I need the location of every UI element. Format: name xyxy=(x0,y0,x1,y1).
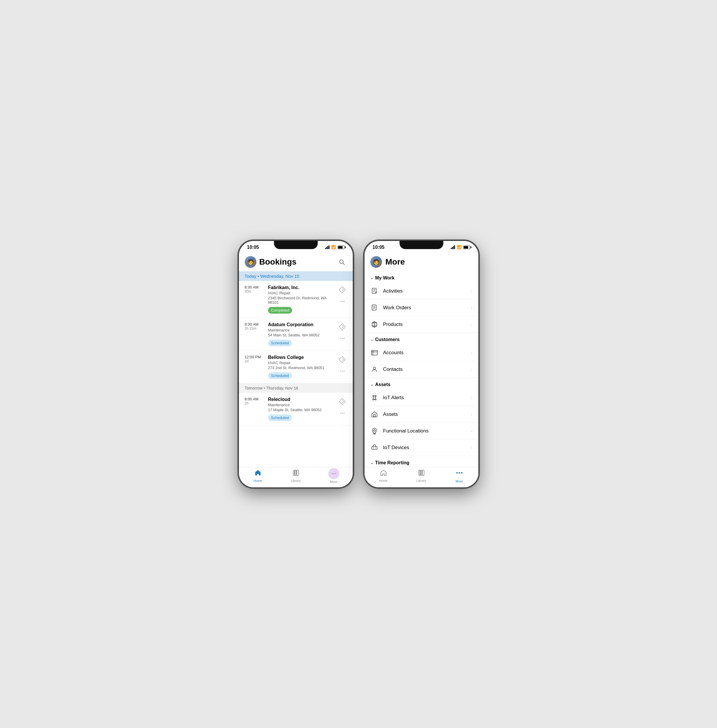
menu-item-products[interactable]: Products › xyxy=(365,316,478,333)
activities-icon xyxy=(370,287,378,295)
status-time: 10:05 xyxy=(247,245,259,250)
status-time: 10:05 xyxy=(373,245,384,250)
status-icons: 📶 xyxy=(451,245,470,249)
more-options-button[interactable] xyxy=(338,366,347,376)
svg-rect-15 xyxy=(295,470,296,475)
chevron-down-icon: ⌄ xyxy=(370,382,374,387)
home-icon xyxy=(380,469,387,478)
svg-point-51 xyxy=(456,472,458,473)
nav-more-label: More xyxy=(330,480,337,484)
menu-item-iotalerts[interactable]: IoT Alerts › xyxy=(365,389,478,406)
page-title: More xyxy=(386,257,405,267)
bookings-screen: 🧑 Bookings Today • Wednesday, Nov 15 8:3… xyxy=(239,254,353,487)
chevron-right-icon: › xyxy=(471,322,473,327)
workorders-icon xyxy=(370,304,378,312)
phone-more: 10:05 📶 🧑 More ⌄ My Wo xyxy=(365,241,478,487)
booking-duration: 2h xyxy=(245,401,265,405)
avatar[interactable]: 🧑 xyxy=(245,256,256,268)
date-header-tomorrow: Tomorrow • Thursday, Nov 16 xyxy=(239,383,353,393)
nav-more[interactable]: More xyxy=(315,468,353,484)
library-icon xyxy=(292,469,299,478)
iot-devices-icon xyxy=(370,444,378,452)
status-badge: Scheduled xyxy=(268,340,292,346)
menu-item-iot-devices[interactable]: IoT Devices › xyxy=(365,440,478,456)
ellipsis-icon xyxy=(339,336,345,341)
booking-item[interactable]: 12:00 PM 2d Bellows College HVAC Repair … xyxy=(239,351,353,383)
nav-library[interactable]: Library xyxy=(403,469,441,482)
booking-company: Adatum Corporation xyxy=(268,322,334,327)
iot-alerts-icon xyxy=(370,394,378,402)
signal-icon xyxy=(451,246,455,249)
avatar[interactable]: 🧑 xyxy=(370,256,382,268)
chevron-right-icon: › xyxy=(471,367,473,372)
booking-time: 8:30 AM xyxy=(245,285,265,289)
svg-point-18 xyxy=(333,473,334,474)
booking-item[interactable]: 8:00 AM 2h Relecloud Maintenance 17 Mapl… xyxy=(239,393,353,426)
more-options-button[interactable] xyxy=(338,297,347,306)
navigate-button[interactable] xyxy=(338,322,347,331)
status-badge: Scheduled xyxy=(268,372,292,379)
svg-point-5 xyxy=(340,338,341,339)
signal-icon xyxy=(325,246,330,249)
svg-rect-16 xyxy=(297,470,299,475)
diamond-nav-icon xyxy=(339,286,346,293)
svg-point-41 xyxy=(374,430,375,431)
nav-home[interactable]: Home xyxy=(365,469,403,482)
navigate-button[interactable] xyxy=(338,397,347,406)
search-button[interactable] xyxy=(336,257,347,267)
svg-point-53 xyxy=(461,472,462,473)
menu-item-contacts[interactable]: Contacts › xyxy=(365,361,478,378)
nav-home-label: Home xyxy=(253,479,262,482)
chevron-down-icon: ⌄ xyxy=(370,276,374,280)
booking-duration: 2h 15m xyxy=(245,327,265,331)
chevron-right-icon: › xyxy=(471,289,473,293)
nav-more[interactable]: More xyxy=(441,469,478,483)
menu-item-assets[interactable]: Assets › xyxy=(365,406,478,423)
booking-type: Maintenance xyxy=(268,403,334,407)
svg-point-4 xyxy=(343,301,344,302)
diamond-nav-icon xyxy=(339,398,346,405)
nav-library-label: Library xyxy=(291,479,301,482)
svg-rect-49 xyxy=(421,470,422,475)
more-button[interactable] xyxy=(328,468,339,479)
status-badge: Completed xyxy=(268,307,292,314)
more-menu-list: ⌄ My Work Activities › xyxy=(365,271,478,467)
chevron-right-icon: › xyxy=(471,305,473,310)
notch xyxy=(400,241,443,249)
nav-library-label: Library xyxy=(416,479,426,482)
chevron-right-icon: › xyxy=(471,412,473,417)
nav-more-label: More xyxy=(456,479,463,483)
nav-library[interactable]: Library xyxy=(277,469,315,482)
booking-type: Maintenance xyxy=(268,328,334,332)
svg-point-13 xyxy=(343,413,344,414)
svg-point-19 xyxy=(335,473,336,474)
more-options-button[interactable] xyxy=(338,409,347,418)
booking-item[interactable]: 8:30 AM 30m Fabrikam, Inc. HVAC Repair 2… xyxy=(239,281,353,318)
chevron-right-icon: › xyxy=(471,350,473,355)
navigate-button[interactable] xyxy=(338,355,347,364)
ellipsis-icon xyxy=(339,368,345,374)
nav-home[interactable]: Home xyxy=(239,469,277,482)
menu-item-activities[interactable]: Activities › xyxy=(365,283,478,300)
booking-list: Today • Wednesday, Nov 15 8:30 AM 30m Fa… xyxy=(239,271,353,467)
menu-item-functional-locations[interactable]: Functional Locations › xyxy=(365,423,478,440)
booking-company: Relecloud xyxy=(268,397,334,402)
booking-time: 12:00 PM xyxy=(245,355,265,359)
home-icon xyxy=(255,469,261,478)
contacts-icon xyxy=(370,365,378,374)
wifi-icon: 📶 xyxy=(331,245,336,249)
booking-item[interactable]: 9:30 AM 2h 15m Adatum Corporation Mainte… xyxy=(239,318,353,351)
booking-address: 2345 Birchwood Dr, Redmond, WA 98101 xyxy=(268,296,334,305)
menu-item-workorders[interactable]: Work Orders › xyxy=(365,300,478,316)
svg-point-12 xyxy=(342,413,343,414)
menu-item-label: Accounts xyxy=(383,350,467,356)
navigate-button[interactable] xyxy=(338,285,347,295)
booking-time: 8:00 AM xyxy=(245,397,265,401)
section-customers: ⌄ Customers xyxy=(365,333,478,345)
svg-rect-43 xyxy=(372,447,377,449)
menu-item-accounts[interactable]: Accounts › xyxy=(365,345,478,361)
diamond-nav-icon xyxy=(339,356,346,363)
booking-company: Fabrikam, Inc. xyxy=(268,285,334,290)
more-options-button[interactable] xyxy=(338,334,347,343)
svg-rect-28 xyxy=(372,350,377,355)
